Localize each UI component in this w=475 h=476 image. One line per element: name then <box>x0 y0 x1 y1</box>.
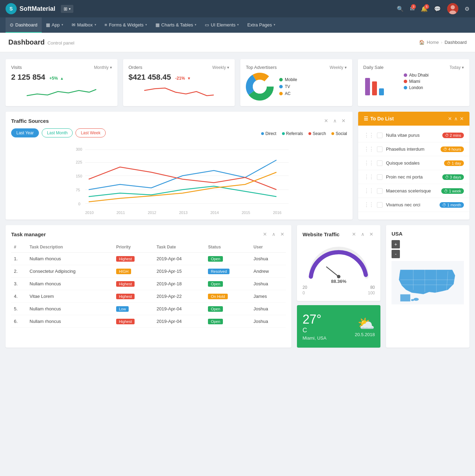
expand-button[interactable]: ✕ <box>323 117 330 124</box>
filter-last-week[interactable]: Last Week <box>75 128 105 137</box>
task-close-button[interactable]: ✕ <box>279 231 286 238</box>
dashboard-icon: ⊙ <box>10 22 14 27</box>
drag-handle-icon[interactable]: ⋮⋮ <box>364 188 373 194</box>
wt-expand-button[interactable]: ✕ <box>351 231 357 238</box>
todo-checkbox[interactable] <box>377 160 383 166</box>
drag-handle-icon[interactable]: ⋮⋮ <box>364 201 373 208</box>
task-expand-button[interactable]: ✕ <box>261 231 268 238</box>
apps-button[interactable]: ⊞ ▾ <box>61 5 73 13</box>
todo-badge: ⏱ 1 month <box>440 202 464 208</box>
todo-header: ☰ To Do List ✕ ∧ ✕ <box>358 112 469 126</box>
task-collapse-button[interactable]: ∧ <box>271 231 277 238</box>
mail-button[interactable]: ✉ 3 <box>410 6 414 12</box>
task-table: # Task Description Priority Task Date St… <box>11 242 286 328</box>
todo-collapse-button[interactable]: ∧ <box>454 116 458 121</box>
cell-status: Open <box>205 253 251 265</box>
breadcrumb-current: Dashboard <box>444 40 467 45</box>
todo-close-button[interactable]: ✕ <box>460 116 464 121</box>
cell-date: 2019-Apr-04 <box>154 315 205 328</box>
cell-desc: Nullam rhoncus <box>27 278 113 290</box>
todo-item-text: Proin nec mi porta <box>386 174 439 180</box>
daily-sale-period[interactable]: Today ▾ <box>450 65 464 70</box>
menu-item-mailbox[interactable]: ✉ Mailbox ▾ <box>67 17 100 33</box>
filter-last-month[interactable]: Last Month <box>42 128 73 137</box>
zoom-out-button[interactable]: - <box>392 250 400 258</box>
todo-controls: ✕ ∧ ✕ <box>448 116 464 121</box>
col-date: Task Date <box>154 242 205 253</box>
close-button[interactable]: ✕ <box>340 117 347 124</box>
notifications-button[interactable]: 🔔 5 <box>421 6 428 12</box>
menu-item-extra-pages[interactable]: Extra Pages ▾ <box>243 17 280 33</box>
avatar[interactable] <box>447 3 458 14</box>
collapse-button[interactable]: ∧ <box>332 117 338 124</box>
drag-handle-icon[interactable]: ⋮⋮ <box>364 160 373 166</box>
col-status: Status <box>205 242 251 253</box>
todo-item-text: Maecenas scelerisque <box>386 188 438 193</box>
cell-priority: Highest <box>113 290 154 303</box>
menu-item-charts-tables[interactable]: ▦ Charts & Tables ▾ <box>151 17 201 33</box>
logo[interactable]: S SoftMaterial <box>6 3 55 14</box>
todo-checkbox[interactable] <box>377 133 383 138</box>
advertisers-period[interactable]: Weekly ▾ <box>330 65 346 70</box>
todo-badge: ⏱ 1 day <box>444 160 464 166</box>
todo-expand-button[interactable]: ✕ <box>448 116 452 121</box>
traffic-weather-column: Website Traffic ✕ ∧ ✕ <box>297 225 380 348</box>
drag-handle-icon[interactable]: ⋮⋮ <box>364 132 373 138</box>
daily-sale-legend: Abu Dhabi Miami London <box>404 73 429 90</box>
menu-item-app[interactable]: ▦ App ▾ <box>42 17 67 33</box>
drag-handle-icon[interactable]: ⋮⋮ <box>364 174 373 180</box>
svg-text:225: 225 <box>76 160 82 164</box>
todo-badge: ⏱ 2 mins <box>442 133 464 138</box>
wt-collapse-button[interactable]: ∧ <box>360 231 366 238</box>
cell-user: Joshua <box>251 253 286 265</box>
cell-date: 2019-Apr-22 <box>154 290 205 303</box>
search-button[interactable]: 🔍 <box>397 6 404 12</box>
todo-badge: ⏱ 1 week <box>441 188 464 194</box>
menu-item-ui-elements[interactable]: ▭ UI Elements ▾ <box>201 17 243 33</box>
clock-icon: ⏱ <box>443 147 447 151</box>
cell-date: 2019-Apr-04 <box>154 253 205 265</box>
mail-badge: 3 <box>411 4 416 9</box>
todo-item: ⋮⋮ Nulla vitae purus ⏱ 2 mins <box>358 128 469 142</box>
cell-priority: HIGH <box>113 265 154 278</box>
svg-rect-7 <box>365 78 370 95</box>
task-manager-title: Task manager <box>11 231 46 237</box>
col-priority: Priority <box>113 242 154 253</box>
todo-checkbox[interactable] <box>377 202 383 208</box>
chat-button[interactable]: 💬 <box>434 6 441 12</box>
bell-badge: 5 <box>424 4 429 9</box>
advertisers-header: Top Advertisers Weekly ▾ <box>246 65 347 70</box>
tv-dot <box>279 85 283 88</box>
cell-priority: Low <box>113 303 154 315</box>
orders-period[interactable]: Weekly ▾ <box>212 65 229 70</box>
weather-location: Miami, USA <box>303 335 327 341</box>
traffic-header: Traffic Sources ✕ ∧ ✕ <box>11 117 347 124</box>
visits-period[interactable]: Monthly ▾ <box>94 65 112 70</box>
task-manager-header: Task manager ✕ ∧ ✕ <box>11 231 286 238</box>
menu-item-forms-widgets[interactable]: ≡ Forms & Widgets ▾ <box>100 17 151 33</box>
menu-item-dashboard[interactable]: ⊙ Dashboard <box>6 17 42 33</box>
zoom-in-button[interactable]: + <box>392 240 400 248</box>
svg-rect-9 <box>379 88 384 95</box>
top-advertisers-card: Top Advertisers Weekly ▾ Mobile <box>240 59 352 106</box>
todo-checkbox[interactable] <box>377 188 383 194</box>
cell-date: 2019-Apr-18 <box>154 278 205 290</box>
svg-text:2011: 2011 <box>116 211 125 215</box>
cell-num: 2. <box>11 265 27 278</box>
traffic-sources-card: Traffic Sources ✕ ∧ ✕ Last Year Last Mon… <box>6 112 353 220</box>
wt-close-button[interactable]: ✕ <box>368 231 375 238</box>
svg-point-38 <box>411 299 414 301</box>
logo-text: SoftMaterial <box>19 5 55 13</box>
social-circle-icon <box>331 132 334 135</box>
breadcrumb-home[interactable]: Home <box>427 40 439 45</box>
legend-ac: AC <box>279 91 297 96</box>
legend-direct: Direct <box>261 131 276 136</box>
todo-checkbox[interactable] <box>377 146 383 152</box>
bottom-row: Task manager ✕ ∧ ✕ # Task Description Pr… <box>6 225 469 348</box>
table-row: 2. Consectetur Adipiscing HIGH 2019-Apr-… <box>11 265 286 278</box>
todo-checkbox[interactable] <box>377 174 383 180</box>
drag-handle-icon[interactable]: ⋮⋮ <box>364 146 373 152</box>
visits-chart <box>11 85 112 99</box>
filter-last-year[interactable]: Last Year <box>11 128 39 137</box>
settings-button[interactable]: ⚙ <box>465 6 469 12</box>
